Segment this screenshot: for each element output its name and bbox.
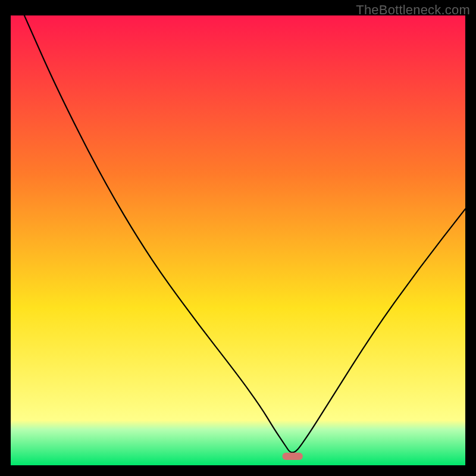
bottleneck-chart: [11, 15, 465, 465]
plot-area: [11, 15, 465, 465]
gradient-background: [11, 15, 465, 465]
optimal-marker: [283, 453, 303, 460]
watermark-text: TheBottleneck.com: [356, 2, 470, 18]
chart-frame: TheBottleneck.com: [0, 0, 476, 476]
